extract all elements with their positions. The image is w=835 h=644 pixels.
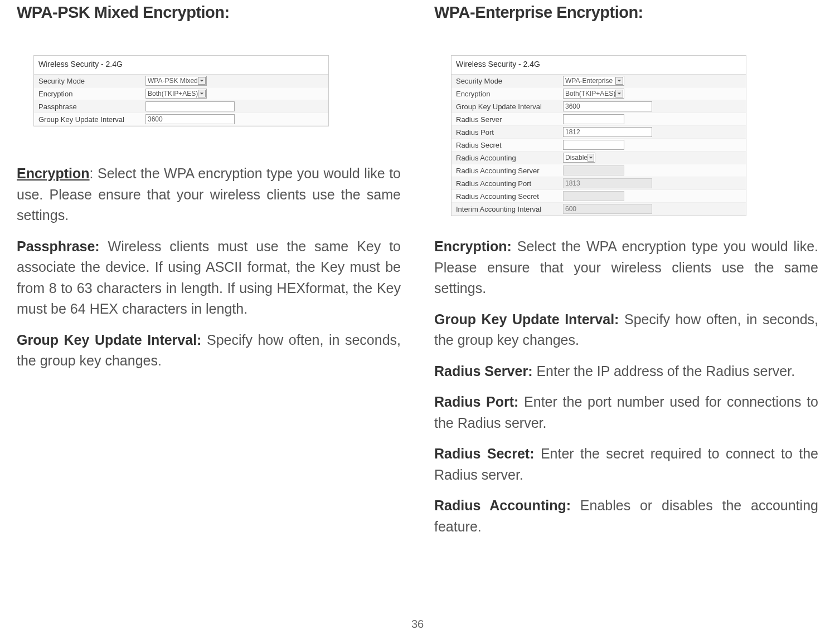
- para-radius-port: Radius Port: Enter the port number used …: [434, 392, 818, 433]
- label-radius-acc-server: Radius Accounting Server: [452, 167, 563, 175]
- chevron-down-icon: [198, 90, 206, 97]
- row-radius-acc-port: Radius Accounting Port 1813: [452, 177, 746, 190]
- term-radius-server: Radius Server:: [434, 363, 536, 379]
- label-radius-accounting: Radius Accounting: [452, 154, 563, 162]
- select-encryption[interactable]: Both(TKIP+AES): [563, 89, 624, 99]
- row-radius-port: Radius Port 1812: [452, 126, 746, 139]
- label-radius-secret: Radius Secret: [452, 141, 563, 149]
- right-column: WPA-Enterprise Encryption: Wireless Secu…: [434, 0, 818, 547]
- chevron-down-icon: [198, 77, 206, 85]
- chevron-down-icon: [615, 90, 623, 97]
- row-radius-accounting: Radius Accounting Disable: [452, 152, 746, 164]
- page-number: 36: [0, 618, 835, 631]
- row-group-key: Group Key Update Interval 3600: [34, 113, 328, 126]
- input-group-key[interactable]: 3600: [563, 101, 652, 111]
- input-radius-server[interactable]: [563, 114, 624, 124]
- row-radius-secret: Radius Secret: [452, 139, 746, 152]
- row-encryption: Encryption Both(TKIP+AES): [452, 87, 746, 100]
- row-encryption: Encryption Both(TKIP+AES): [34, 87, 328, 100]
- label-group-key: Group Key Update Interval: [34, 115, 145, 124]
- left-heading: WPA-PSK Mixed Encryption:: [17, 3, 401, 22]
- left-screenshot-panel: Wireless Security - 2.4G Security Mode W…: [33, 55, 329, 126]
- row-radius-acc-server: Radius Accounting Server: [452, 164, 746, 177]
- para-group-key: Group Key Update Interval: Specify how o…: [434, 309, 818, 351]
- label-interim-acc: Interim Accounting Interval: [452, 205, 563, 213]
- select-security-mode[interactable]: WPA-Enterprise: [563, 76, 624, 86]
- label-radius-server: Radius Server: [452, 115, 563, 124]
- para-radius-accounting: Radius Accounting: Enables or disables t…: [434, 495, 818, 537]
- term-encryption: Encryption: [17, 165, 90, 181]
- row-security-mode: Security Mode WPA-PSK Mixed: [34, 75, 328, 87]
- select-encryption[interactable]: Both(TKIP+AES): [145, 89, 207, 99]
- para-passphrase: Passphrase: Wireless clients must use th…: [17, 236, 401, 320]
- para-group-key: Group Key Update Interval: Specify how o…: [17, 330, 401, 372]
- input-radius-acc-secret: [563, 191, 624, 201]
- document-columns: WPA-PSK Mixed Encryption: Wireless Secur…: [17, 0, 818, 547]
- label-radius-acc-secret: Radius Accounting Secret: [452, 192, 563, 201]
- select-value: WPA-PSK Mixed: [148, 77, 198, 85]
- term-radius-port: Radius Port:: [434, 394, 524, 409]
- label-radius-acc-port: Radius Accounting Port: [452, 179, 563, 188]
- select-value: Both(TKIP+AES): [565, 90, 615, 97]
- term-group-key: Group Key Update Interval:: [17, 332, 207, 348]
- chevron-down-icon: [588, 154, 594, 162]
- term-group-key: Group Key Update Interval:: [434, 311, 624, 327]
- input-radius-acc-server: [563, 165, 624, 175]
- input-passphrase[interactable]: [145, 101, 235, 111]
- select-value: Disable: [565, 154, 588, 162]
- right-screenshot-panel: Wireless Security - 2.4G Security Mode W…: [451, 55, 746, 216]
- select-value: WPA-Enterprise: [565, 77, 613, 85]
- input-radius-acc-port: 1813: [563, 178, 652, 188]
- row-interim-acc: Interim Accounting Interval 600: [452, 203, 746, 216]
- select-value: Both(TKIP+AES): [148, 90, 198, 97]
- para-encryption: Encryption: Select the WPA encryption ty…: [17, 163, 401, 226]
- select-radius-accounting[interactable]: Disable: [563, 153, 595, 163]
- input-radius-secret[interactable]: [563, 140, 624, 150]
- input-group-key[interactable]: 3600: [145, 114, 235, 124]
- row-security-mode: Security Mode WPA-Enterprise: [452, 75, 746, 87]
- input-interim-acc: 600: [563, 204, 652, 214]
- term-passphrase: Passphrase:: [17, 238, 108, 254]
- label-group-key: Group Key Update Interval: [452, 103, 563, 111]
- label-encryption: Encryption: [34, 90, 145, 98]
- input-radius-port[interactable]: 1812: [563, 127, 652, 137]
- row-radius-server: Radius Server: [452, 113, 746, 126]
- row-radius-acc-secret: Radius Accounting Secret: [452, 190, 746, 203]
- panel-title: Wireless Security - 2.4G: [34, 56, 328, 75]
- label-passphrase: Passphrase: [34, 103, 145, 111]
- text-radius-server: Enter the IP address of the Radius serve…: [536, 363, 795, 379]
- term-radius-accounting: Radius Accounting:: [434, 497, 580, 513]
- label-radius-port: Radius Port: [452, 128, 563, 136]
- label-encryption: Encryption: [452, 90, 563, 98]
- select-security-mode[interactable]: WPA-PSK Mixed: [145, 76, 207, 86]
- panel-title: Wireless Security - 2.4G: [452, 56, 746, 75]
- row-group-key: Group Key Update Interval 3600: [452, 100, 746, 113]
- left-column: WPA-PSK Mixed Encryption: Wireless Secur…: [17, 0, 401, 547]
- para-encryption: Encryption: Select the WPA encryption ty…: [434, 236, 818, 299]
- chevron-down-icon: [615, 77, 623, 85]
- right-heading: WPA-Enterprise Encryption:: [434, 3, 818, 22]
- term-encryption: Encryption:: [434, 238, 517, 254]
- para-radius-server: Radius Server: Enter the IP address of t…: [434, 361, 818, 382]
- para-radius-secret: Radius Secret: Enter the secret required…: [434, 443, 818, 485]
- term-radius-secret: Radius Secret:: [434, 446, 541, 461]
- label-security-mode: Security Mode: [34, 77, 145, 85]
- label-security-mode: Security Mode: [452, 77, 563, 85]
- row-passphrase: Passphrase: [34, 100, 328, 113]
